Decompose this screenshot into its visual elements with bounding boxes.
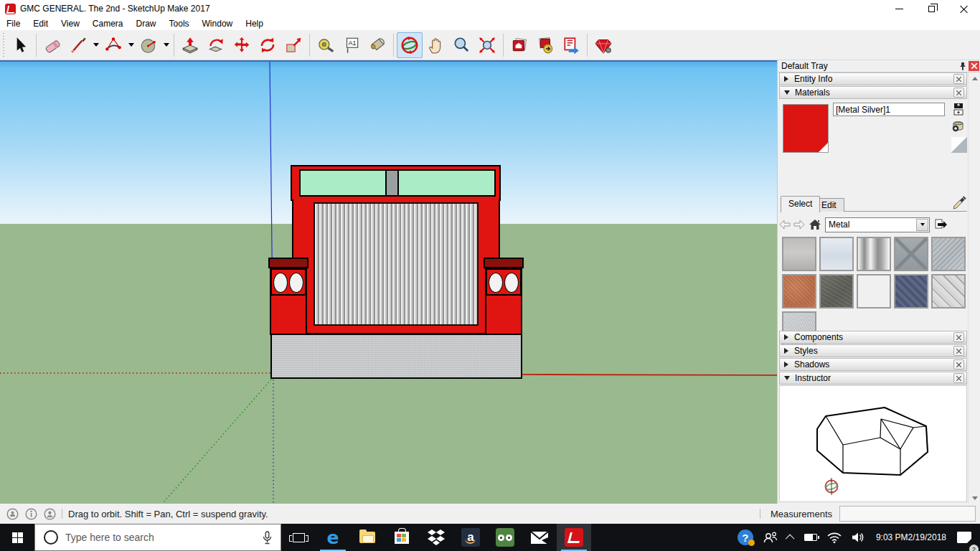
eraser-tool-button[interactable] <box>39 32 65 58</box>
toolbar-grip[interactable] <box>1 33 7 57</box>
material-name-field[interactable] <box>833 103 945 116</box>
menu-view[interactable]: View <box>55 18 86 29</box>
taskbar-dropbox[interactable] <box>419 524 453 551</box>
taskbar-file-explorer[interactable] <box>350 524 385 551</box>
scroll-up-button[interactable] <box>969 72 980 84</box>
forward-arrow-button[interactable] <box>792 217 806 232</box>
dropdown-button[interactable] <box>916 219 928 231</box>
panel-close-button[interactable] <box>953 332 964 342</box>
taskbar-clock[interactable]: 9:03 PM 2/19/2018 <box>870 524 952 551</box>
taskbar-sketchup[interactable] <box>557 524 591 551</box>
scroll-down-button[interactable] <box>969 492 980 504</box>
move-tool-button[interactable] <box>229 32 255 58</box>
arc-tool-dropdown[interactable] <box>126 32 136 58</box>
menu-file[interactable]: File <box>0 18 27 29</box>
material-swatch[interactable] <box>931 274 966 309</box>
restore-button[interactable] <box>915 0 948 17</box>
material-swatch[interactable] <box>819 274 854 309</box>
followme-tool-button[interactable] <box>203 32 229 58</box>
panel-entity-info[interactable]: Entity Info <box>779 72 967 85</box>
action-center-button[interactable]: 2 <box>952 524 980 551</box>
taskbar-tripadvisor[interactable] <box>488 524 522 551</box>
tape-measure-tool-button[interactable] <box>313 32 339 58</box>
volume-button[interactable] <box>847 524 870 551</box>
wifi-button[interactable] <box>822 524 847 551</box>
shapes-tool-dropdown[interactable] <box>161 32 171 58</box>
panel-close-button[interactable] <box>953 88 964 98</box>
close-button[interactable] <box>948 0 980 17</box>
material-category-dropdown[interactable]: Metal <box>825 217 930 232</box>
panel-components[interactable]: Components <box>779 331 967 344</box>
panel-instructor[interactable]: Instructor <box>779 372 967 385</box>
geolocation-icon[interactable] <box>6 508 19 520</box>
menu-help[interactable]: Help <box>239 18 270 29</box>
panel-close-button[interactable] <box>953 74 964 84</box>
measurements-input[interactable] <box>839 506 976 522</box>
menu-draw[interactable]: Draw <box>130 18 163 29</box>
material-swatch[interactable] <box>894 274 928 309</box>
panel-close-button[interactable] <box>953 359 964 369</box>
zoom-tool-button[interactable] <box>448 32 474 58</box>
taskbar-amazon[interactable]: a <box>453 524 488 551</box>
pushpull-tool-button[interactable] <box>177 32 203 58</box>
back-arrow-button[interactable] <box>778 217 792 232</box>
material-swatch[interactable] <box>931 237 966 271</box>
rotate-tool-button[interactable] <box>255 32 281 58</box>
tab-select[interactable]: Select <box>781 196 820 212</box>
microphone-icon[interactable] <box>263 531 272 545</box>
taskbar-mail[interactable] <box>522 524 557 551</box>
material-swatch[interactable] <box>782 274 816 309</box>
pin-icon[interactable] <box>957 61 969 71</box>
material-swatch[interactable] <box>782 237 816 271</box>
people-button[interactable] <box>758 524 783 551</box>
taskbar-store[interactable] <box>385 524 419 551</box>
sign-in-person-icon[interactable] <box>44 508 56 520</box>
material-swatch[interactable] <box>894 237 928 271</box>
line-tool-button[interactable] <box>65 32 91 58</box>
minimize-button[interactable] <box>883 0 915 17</box>
orbit-tool-button[interactable] <box>397 32 423 58</box>
3d-warehouse-button[interactable] <box>507 32 532 58</box>
claim-credit-icon[interactable] <box>25 508 37 520</box>
material-swatch[interactable] <box>857 274 891 309</box>
menu-camera[interactable]: Camera <box>86 18 130 29</box>
taskbar-search[interactable]: Type here to search <box>34 524 281 551</box>
sample-paint-eyedropper-icon[interactable] <box>952 196 966 210</box>
panel-shadows[interactable]: Shadows <box>779 358 967 371</box>
model-viewport[interactable] <box>0 60 777 504</box>
active-material-preview[interactable] <box>783 104 829 153</box>
paint-bucket-tool-button[interactable] <box>364 32 390 58</box>
task-view-button[interactable] <box>281 524 316 551</box>
tray-close-button[interactable] <box>969 61 979 71</box>
menu-edit[interactable]: Edit <box>27 18 55 29</box>
menu-tools[interactable]: Tools <box>163 18 196 29</box>
text-tool-button[interactable]: A1 <box>339 32 364 58</box>
secondary-pane-icon[interactable] <box>951 102 966 116</box>
details-menu-button[interactable] <box>933 217 950 232</box>
scale-tool-button[interactable] <box>281 32 306 58</box>
show-hidden-icons-button[interactable] <box>783 524 799 551</box>
in-model-home-button[interactable] <box>806 217 824 232</box>
line-tool-dropdown[interactable] <box>91 32 100 58</box>
create-material-icon[interactable] <box>951 119 966 133</box>
default-material-swatch[interactable] <box>951 137 967 153</box>
help-notification-button[interactable]: ? <box>732 524 758 551</box>
material-swatch[interactable] <box>819 237 854 271</box>
panel-styles[interactable]: Styles <box>779 344 967 357</box>
share-model-button[interactable] <box>532 32 558 58</box>
taskbar-edge[interactable]: e <box>316 524 350 551</box>
panel-materials[interactable]: Materials <box>779 86 967 99</box>
send-to-layout-button[interactable] <box>558 32 584 58</box>
tray-scrollbar[interactable] <box>968 72 980 504</box>
panel-close-button[interactable] <box>953 373 964 383</box>
battery-button[interactable] <box>799 524 822 551</box>
material-swatch[interactable] <box>857 237 891 271</box>
zoom-extents-tool-button[interactable] <box>474 32 500 58</box>
arc-tool-button[interactable] <box>100 32 126 58</box>
extension-warehouse-button[interactable] <box>590 32 616 58</box>
panel-close-button[interactable] <box>953 346 964 356</box>
menu-window[interactable]: Window <box>196 18 240 29</box>
pan-tool-button[interactable] <box>423 32 448 58</box>
shapes-tool-button[interactable] <box>136 32 161 58</box>
select-tool-button[interactable] <box>7 32 33 58</box>
